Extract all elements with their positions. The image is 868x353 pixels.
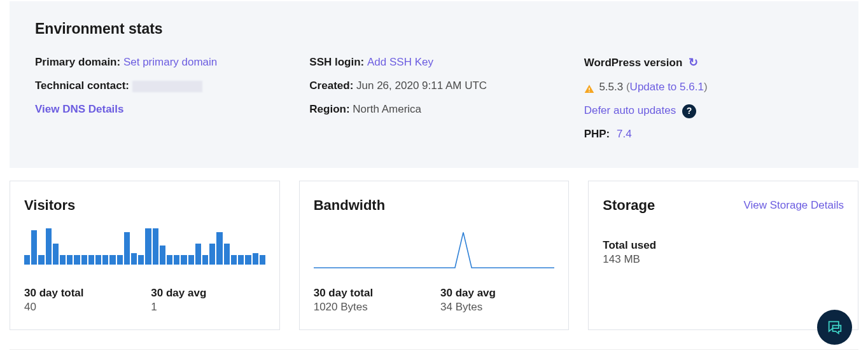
chart-bar [238,255,244,265]
chart-bar [188,255,194,265]
chart-bar [202,255,208,265]
chart-bar [38,255,44,265]
chart-bar [131,253,137,265]
set-primary-domain-link[interactable]: Set primary domain [123,56,217,68]
visitors-avg-label: 30 day avg [151,287,265,300]
ssh-login-label: SSH login: [309,56,364,68]
storage-title: Storage [603,197,655,214]
visitors-total-value: 40 [24,301,138,314]
chart-bar [253,253,258,265]
technical-contact-value [132,81,202,92]
bandwidth-card: Bandwidth 30 day total 1020 Bytes 30 day… [299,181,570,330]
env-col-1: Primary domain: Set primary domain Techn… [35,53,284,149]
chart-bar [102,255,108,265]
chart-bar [216,232,222,265]
bandwidth-chart [314,226,555,271]
bandwidth-avg-value: 34 Bytes [440,301,554,314]
chart-bar [46,228,52,265]
env-col-2: SSH login: Add SSH Key Created: Jun 26, … [309,53,558,149]
chart-bar [117,255,123,265]
chart-bar [60,255,66,265]
chart-bar [160,246,165,265]
wordpress-version-value: 5.5.3 [599,81,623,93]
chart-bar [209,244,215,265]
bandwidth-total-label: 30 day total [314,287,428,300]
wordpress-version-label: WordPress version [584,57,683,69]
environment-stats-panel: Environment stats Primary domain: Set pr… [10,1,858,168]
chart-bar [81,255,87,265]
chat-icon [826,319,844,336]
visitors-card: Visitors 30 day total 40 30 day avg 1 [10,181,280,330]
visitors-chart [24,226,265,265]
chart-bar [53,244,59,265]
created-value: Jun 26, 2020 9:11 AM UTC [356,80,487,92]
chart-bar [260,255,265,265]
storage-used-label: Total used [603,239,844,252]
chart-bar [24,255,30,265]
env-col-3: WordPress version ↻ 5.5.3 (Update to 5.6… [584,53,833,149]
created-label: Created: [309,80,353,92]
refresh-icon[interactable]: ↻ [689,53,698,72]
chart-bar [153,228,158,265]
chart-bar [138,255,144,265]
chart-bar [124,232,130,265]
view-dns-details-link[interactable]: View DNS Details [35,103,124,115]
php-label: PHP: [584,128,610,140]
chart-bar [109,255,115,265]
region-value: North America [353,103,421,115]
technical-contact-label: Technical contact: [35,80,129,92]
chart-bar [95,255,101,265]
chart-bar [167,255,172,265]
chart-bar [67,255,73,265]
chart-bar [88,255,94,265]
visitors-title: Visitors [24,197,75,214]
region-label: Region: [309,103,349,115]
help-icon[interactable]: ? [682,104,696,118]
chat-button[interactable] [817,310,852,345]
storage-card: Storage View Storage Details Total used … [588,181,858,330]
chart-bar [231,255,237,265]
add-ssh-key-link[interactable]: Add SSH Key [367,56,433,68]
warning-icon [584,82,594,92]
chart-bar [31,230,37,265]
bandwidth-title: Bandwidth [314,197,385,214]
environment-stats-title: Environment stats [35,20,833,38]
defer-auto-updates-link[interactable]: Defer auto updates [584,104,676,116]
chart-bar [181,255,186,265]
svg-rect-1 [589,92,589,92]
visitors-avg-value: 1 [151,301,265,314]
chart-bar [145,228,151,265]
wordpress-update-link[interactable]: Update to 5.6.1 [630,81,704,93]
svg-rect-0 [589,88,589,90]
bandwidth-avg-label: 30 day avg [440,287,554,300]
chart-bar [245,255,251,265]
storage-used-value: 143 MB [603,253,844,266]
visitors-total-label: 30 day total [24,287,138,300]
chart-bar [174,255,179,265]
view-storage-details-link[interactable]: View Storage Details [744,199,844,212]
php-version-link[interactable]: 7.4 [617,128,632,140]
bandwidth-total-value: 1020 Bytes [314,301,428,314]
primary-domain-label: Primary domain: [35,56,120,68]
chart-bar [224,244,230,265]
chart-bar [195,244,201,265]
chart-bar [74,255,80,265]
